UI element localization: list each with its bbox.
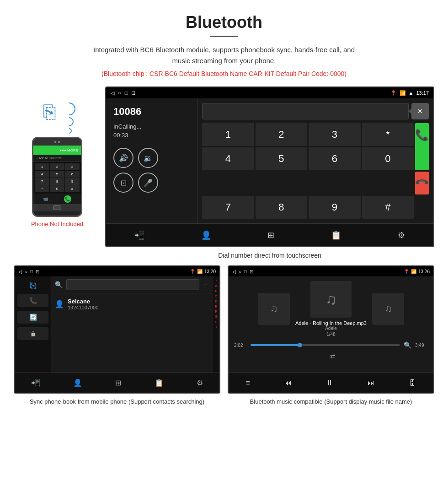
car-dialpad-1[interactable]: 1 bbox=[202, 123, 254, 146]
pb-search-row: 🔍 ← bbox=[51, 276, 213, 293]
bottom-settings-icon[interactable]: ⚙ bbox=[398, 230, 405, 240]
bottom-grid-icon[interactable]: ⊞ bbox=[267, 230, 274, 240]
volume-up-button[interactable]: 🔊 bbox=[113, 148, 133, 168]
pb-contact-number: 13241007000 bbox=[68, 305, 98, 310]
music-title: Adele - Rolling In the Deep.mp3 bbox=[295, 320, 367, 326]
pb-bottom-contacts-icon[interactable]: 👤 bbox=[73, 378, 82, 387]
pb-letter-h[interactable]: H bbox=[215, 319, 218, 324]
bottom-transfer-icon[interactable]: 📋 bbox=[331, 230, 341, 240]
car-dialpad-star[interactable]: * bbox=[362, 123, 414, 146]
phone-call-btn[interactable]: 📞 bbox=[64, 195, 71, 203]
music-progress-row: 2:02 🔍 3:49 bbox=[234, 341, 428, 349]
screen-caption: Dial number direct from touchscreen bbox=[105, 247, 434, 265]
music-caption: Bluetooth music compatible (Support disp… bbox=[250, 394, 412, 408]
call-input-row: ✕ bbox=[202, 103, 429, 119]
bottom-screenshots: ◁ ○ □ ⊡ 📍 📶 13:20 ⎘ 📞 🔄 🗑 bbox=[0, 265, 448, 413]
music-play-pause-icon[interactable]: ⏸ bbox=[326, 379, 333, 387]
phone-dialpad: 1 2 3 4 5 6 7 8 9 * 0 # bbox=[33, 162, 81, 194]
phone-call-sidebar-button[interactable]: 📞 bbox=[17, 294, 48, 307]
pb-bottom-phone-icon[interactable]: 📲 bbox=[31, 378, 40, 387]
mu-home-icon: ○ bbox=[239, 269, 241, 274]
pb-contact-row[interactable]: 👤 Seicane 13241007000 bbox=[51, 293, 213, 315]
pb-back-icon: ◁ bbox=[18, 269, 22, 274]
bottom-phone-icon[interactable]: 📲 bbox=[134, 230, 144, 240]
music-art-left: ♫ bbox=[258, 293, 290, 325]
bottom-contacts-icon[interactable]: 👤 bbox=[201, 230, 211, 240]
phone-home-button[interactable] bbox=[53, 205, 61, 210]
pb-letter-c[interactable]: C bbox=[215, 294, 218, 299]
call-input-field[interactable] bbox=[202, 103, 409, 119]
wifi-arc-small bbox=[65, 127, 73, 135]
pb-letter-f[interactable]: F bbox=[215, 309, 218, 314]
mu-back-icon: ◁ bbox=[232, 269, 236, 274]
volume-down-button[interactable]: 🔉 bbox=[138, 148, 158, 168]
music-status-left: ◁ ○ □ ⊡ bbox=[232, 269, 253, 274]
car-call-end-button[interactable]: 📞 bbox=[415, 172, 429, 194]
sync-sidebar-button[interactable]: 🔄 bbox=[17, 311, 48, 324]
pb-letter-i[interactable]: I bbox=[216, 324, 217, 330]
car-dialpad-2[interactable]: 2 bbox=[256, 123, 308, 146]
screen-button[interactable]: ⊡ bbox=[113, 173, 133, 193]
pb-search-input[interactable] bbox=[66, 279, 199, 290]
music-eq-icon[interactable]: 🎛 bbox=[409, 379, 416, 387]
car-dialpad-9[interactable]: 9 bbox=[309, 196, 361, 219]
car-call-accept-button[interactable]: 📞 bbox=[415, 123, 429, 170]
pb-letter-b[interactable]: B bbox=[215, 288, 217, 293]
music-search-icon[interactable]: 🔍 bbox=[404, 341, 411, 349]
mu-loc-icon: 📍 bbox=[404, 269, 409, 274]
pb-letter-d[interactable]: D bbox=[215, 299, 218, 304]
phone-screen: ●●● MORE + Add to Contacts 1 2 3 4 5 6 7… bbox=[33, 146, 81, 204]
music-progress-bar[interactable] bbox=[251, 344, 400, 346]
call-clear-button[interactable]: ✕ bbox=[411, 103, 429, 119]
car-dialpad-5[interactable]: 5 bbox=[256, 147, 308, 170]
page-title: Bluetooth bbox=[9, 13, 439, 32]
car-dialpad-4[interactable]: 4 bbox=[202, 147, 254, 170]
phone-top-bar bbox=[33, 138, 81, 146]
phone-key-9: 9 bbox=[65, 178, 80, 185]
music-track-count: 1/48 bbox=[295, 332, 367, 337]
car-status-right: 📍 📶 ▲ 13:17 bbox=[390, 90, 429, 96]
pb-bottom-settings-icon[interactable]: ⚙ bbox=[197, 378, 203, 387]
pb-contact-person-icon: 👤 bbox=[55, 300, 64, 308]
page-header: Bluetooth Integrated with BC6 Bluetooth … bbox=[0, 0, 448, 82]
phonebook-main: 🔍 ← 👤 Seicane 13241007000 bbox=[51, 276, 213, 373]
phone-key-2: 2 bbox=[50, 163, 64, 170]
music-screen-wrap: ◁ ○ □ ⊡ 📍 📶 13:26 ♫ bbox=[228, 265, 434, 408]
mu-menu-icon: ⊡ bbox=[250, 269, 253, 274]
car-dialpad-grid: 1 2 3 * 📞 4 5 6 0 📞 bbox=[202, 123, 429, 219]
car-dialpad-6[interactable]: 6 bbox=[309, 147, 361, 170]
call-left-panel: 10086 InCalling... 00:33 🔊 🔉 ⊡ 🎤 bbox=[106, 98, 197, 223]
music-prev-icon[interactable]: ⏮ bbox=[284, 379, 292, 387]
pb-letter-e[interactable]: E bbox=[215, 304, 217, 309]
call-btn-row-1: 🔊 🔉 bbox=[113, 148, 190, 168]
music-note-left-icon: ♫ bbox=[270, 303, 278, 315]
car-dialpad-0[interactable]: 0 bbox=[362, 147, 414, 170]
music-total-time: 3:49 bbox=[415, 343, 428, 348]
bluetooth-icon-area: ⎘ bbox=[39, 100, 75, 132]
pb-clock: 13:20 bbox=[204, 269, 216, 274]
car-dialpad-hash[interactable]: # bbox=[362, 196, 414, 219]
pb-letter-g[interactable]: G bbox=[215, 314, 218, 319]
pb-letter-star[interactable]: * bbox=[215, 278, 217, 283]
pb-bottom-transfer-icon[interactable]: 📋 bbox=[155, 378, 164, 387]
nav-menu-icon: ⊡ bbox=[131, 90, 135, 96]
music-shuffle-icon[interactable]: ⇄ bbox=[330, 352, 336, 360]
phone-key-8: 8 bbox=[50, 178, 64, 185]
pb-back-arrow-icon: ← bbox=[203, 281, 209, 288]
music-artist: Adele bbox=[295, 326, 367, 331]
pb-letter-a[interactable]: A bbox=[215, 283, 217, 288]
microphone-button[interactable]: 🎤 bbox=[138, 173, 158, 193]
music-list-icon[interactable]: ≡ bbox=[245, 379, 250, 387]
music-next-icon[interactable]: ⏭ bbox=[368, 379, 375, 387]
nav-home-icon: ○ bbox=[118, 90, 121, 96]
nav-apps-icon: □ bbox=[125, 90, 128, 96]
car-dialpad-7[interactable]: 7 bbox=[202, 196, 254, 219]
car-dialpad-8[interactable]: 8 bbox=[256, 196, 308, 219]
pb-signal-icon: 📶 bbox=[197, 269, 203, 274]
delete-sidebar-button[interactable]: 🗑 bbox=[17, 327, 48, 340]
pb-bottom-grid-icon[interactable]: ⊞ bbox=[115, 378, 121, 387]
bluetooth-sidebar-icon: ⎘ bbox=[17, 280, 48, 291]
music-current-time: 2:02 bbox=[234, 343, 247, 348]
pb-alphabet-list: * A B C D E F G H I bbox=[213, 276, 219, 373]
car-dialpad-3[interactable]: 3 bbox=[309, 123, 361, 146]
